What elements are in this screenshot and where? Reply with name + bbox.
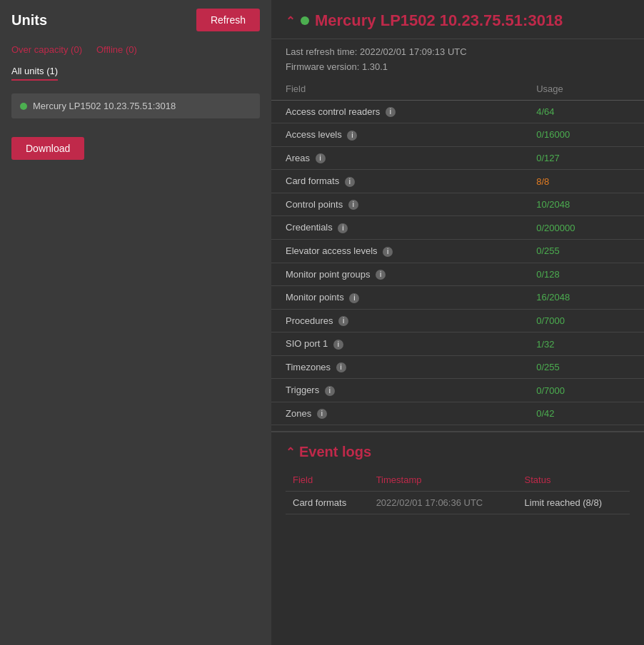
field-cell: Zones i [271, 402, 522, 425]
table-row: Procedures i0/7000 [271, 309, 644, 332]
firmware-version: Firmware version: 1.30.1 [286, 60, 630, 75]
usage-cell: 0/16000 [522, 123, 644, 147]
field-cell: Timezones i [271, 355, 522, 379]
info-icon[interactable]: i [345, 177, 355, 187]
table-row: Elevator access levels i0/255 [271, 239, 644, 263]
field-cell: Procedures i [271, 309, 522, 332]
info-icon[interactable]: i [383, 247, 393, 257]
unit-item[interactable]: Mercury LP1502 10.23.75.51:3018 [11, 93, 260, 118]
usage-cell: 8/8 [522, 170, 644, 193]
table-row: Access control readers i4/64 [271, 100, 644, 123]
table-row: Control points i10/2048 [271, 193, 644, 216]
usage-cell: 4/64 [522, 100, 644, 123]
event-logs-title-text: Event logs [299, 444, 371, 460]
event-status-cell: Limit reached (8/8) [518, 492, 630, 514]
info-icon[interactable]: i [338, 223, 348, 233]
info-icon[interactable]: i [316, 153, 326, 163]
over-capacity-filter[interactable]: Over capacity (0) [11, 44, 82, 55]
info-icon[interactable]: i [347, 131, 357, 141]
table-row: Monitor point groups i0/128 [271, 263, 644, 286]
page-title: Units [11, 12, 47, 29]
info-icon[interactable]: i [348, 200, 358, 210]
meta-info: Last refresh time: 2022/02/01 17:09:13 U… [271, 39, 644, 78]
info-icon[interactable]: i [333, 340, 343, 350]
usage-table: Field Usage Access control readers i4/64… [271, 78, 644, 426]
field-cell: Monitor point groups i [271, 263, 522, 286]
usage-cell: 0/7000 [522, 379, 644, 402]
event-logs-title-bar: ⌃ Event logs [286, 444, 630, 460]
event-col-field: Field [286, 469, 369, 492]
info-icon[interactable]: i [386, 107, 396, 117]
field-cell: Triggers i [271, 379, 522, 402]
all-units-tab[interactable]: All units (1) [11, 65, 260, 81]
unit-title-text: Mercury LP1502 10.23.75.51:3018 [315, 11, 563, 30]
table-row: Credentials i0/200000 [271, 216, 644, 240]
unit-title-bar: ⌃ Mercury LP1502 10.23.75.51:3018 [286, 11, 630, 30]
table-row: Zones i0/42 [271, 402, 644, 425]
table-row: Triggers i0/7000 [271, 379, 644, 402]
field-cell: Monitor points i [271, 286, 522, 310]
table-row: Card formats i8/8 [271, 170, 644, 193]
download-button[interactable]: Download [11, 137, 84, 160]
field-cell: Areas i [271, 146, 522, 170]
usage-cell: 0/128 [522, 263, 644, 286]
event-field-cell: Card formats [286, 492, 369, 514]
table-row: Timezones i0/255 [271, 355, 644, 379]
info-icon[interactable]: i [338, 316, 348, 326]
online-status-dot [301, 16, 309, 25]
usage-cell: 0/255 [522, 355, 644, 379]
event-col-status: Status [518, 469, 630, 492]
field-cell: Elevator access levels i [271, 239, 522, 263]
usage-cell: 0/42 [522, 402, 644, 425]
right-panel: ⌃ Mercury LP1502 10.23.75.51:3018 Last r… [271, 0, 644, 645]
unit-name: Mercury LP1502 10.23.75.51:3018 [33, 101, 176, 111]
event-logs-chevron-icon: ⌃ [286, 445, 295, 459]
usage-cell: 1/32 [522, 332, 644, 356]
event-timestamp-cell: 2022/02/01 17:06:36 UTC [369, 492, 518, 514]
info-icon[interactable]: i [349, 293, 359, 303]
info-icon[interactable]: i [336, 362, 346, 372]
table-row: Monitor points i16/2048 [271, 286, 644, 310]
table-row: SIO port 1 i1/32 [271, 332, 644, 356]
field-cell: Card formats i [271, 170, 522, 193]
col-usage-header: Usage [522, 78, 644, 101]
unit-section-header: ⌃ Mercury LP1502 10.23.75.51:3018 [271, 0, 644, 39]
field-cell: Access control readers i [271, 100, 522, 123]
usage-cell: 10/2048 [522, 193, 644, 216]
event-row: Card formats2022/02/01 17:06:36 UTCLimit… [286, 492, 630, 514]
field-cell: Access levels i [271, 123, 522, 147]
field-cell: SIO port 1 i [271, 332, 522, 356]
field-cell: Credentials i [271, 216, 522, 240]
left-panel: Units Refresh Over capacity (0) Offline … [0, 0, 271, 645]
offline-filter[interactable]: Offline (0) [96, 44, 137, 55]
usage-cell: 0/255 [522, 239, 644, 263]
filter-links: Over capacity (0) Offline (0) [11, 41, 260, 58]
field-cell: Control points i [271, 193, 522, 216]
event-logs-table: Field Timestamp Status Card formats2022/… [286, 469, 630, 514]
event-logs-section: ⌃ Event logs Field Timestamp Status Card… [271, 431, 644, 514]
table-row: Areas i0/127 [271, 146, 644, 170]
last-refresh-time: Last refresh time: 2022/02/01 17:09:13 U… [286, 45, 630, 60]
usage-cell: 16/2048 [522, 286, 644, 310]
usage-cell: 0/7000 [522, 309, 644, 332]
event-col-timestamp: Timestamp [369, 469, 518, 492]
left-header: Units Refresh [11, 9, 260, 31]
unit-list: Mercury LP1502 10.23.75.51:3018 [11, 93, 260, 118]
chevron-up-icon: ⌃ [286, 14, 295, 28]
info-icon[interactable]: i [376, 270, 386, 280]
unit-status-dot [20, 103, 27, 110]
col-field-header: Field [271, 78, 522, 101]
usage-cell: 0/127 [522, 146, 644, 170]
usage-cell: 0/200000 [522, 216, 644, 240]
table-row: Access levels i0/16000 [271, 123, 644, 147]
refresh-button[interactable]: Refresh [196, 9, 260, 31]
info-icon[interactable]: i [317, 409, 327, 419]
info-icon[interactable]: i [325, 386, 335, 396]
